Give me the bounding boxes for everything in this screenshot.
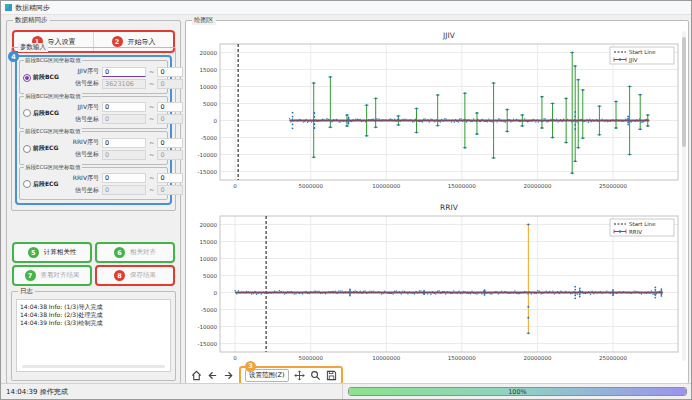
svg-text:-5000: -5000 bbox=[201, 135, 217, 141]
plot-vertical-scrollbar[interactable] bbox=[682, 31, 686, 361]
save-result-button[interactable]: 8 保存结果 bbox=[95, 265, 175, 286]
svg-text:-5000: -5000 bbox=[201, 307, 217, 313]
svg-text:0: 0 bbox=[233, 183, 237, 189]
app-window: 数据精同步 数据精同步 1 导入设置 2 开始导入 参数输入 4 前段BCG区间… bbox=[0, 0, 692, 400]
scrollbar-thumb[interactable] bbox=[682, 37, 686, 147]
step-badge-3: 3 bbox=[245, 361, 256, 372]
pan-icon[interactable] bbox=[294, 370, 305, 381]
param-section-front-ecg: 前段ECG区间坐标取值 前段ECG RRIV序号 ~ bbox=[19, 131, 168, 165]
back-bcg-jjiv-end-input[interactable] bbox=[157, 102, 183, 112]
svg-text:5000000: 5000000 bbox=[298, 183, 323, 189]
svg-text:5000000: 5000000 bbox=[298, 355, 323, 361]
svg-text:0: 0 bbox=[214, 290, 218, 296]
tilde: ~ bbox=[149, 80, 154, 88]
front-ecg-signal-end-input bbox=[157, 150, 183, 160]
svg-text:25000000: 25000000 bbox=[599, 355, 627, 361]
start-import-label: 开始导入 bbox=[128, 37, 156, 47]
svg-text:0: 0 bbox=[233, 355, 237, 361]
svg-text:5000: 5000 bbox=[203, 101, 217, 107]
sync-group-title: 数据精同步 bbox=[13, 16, 50, 25]
svg-text:-15000: -15000 bbox=[198, 169, 218, 175]
svg-text:10000000: 10000000 bbox=[372, 355, 400, 361]
params-group-title: 参数输入 bbox=[18, 43, 48, 52]
action-buttons: 5 计算相关性 6 相关对齐 7 查看对齐结果 8 保存结果 bbox=[12, 242, 175, 286]
svg-text:RRIV: RRIV bbox=[440, 203, 459, 212]
tilde: ~ bbox=[149, 151, 154, 159]
svg-text:-10000: -10000 bbox=[198, 152, 218, 158]
tilde: ~ bbox=[149, 174, 154, 182]
radio-icon[interactable] bbox=[23, 109, 31, 117]
back-bcg-signal-end-input bbox=[157, 114, 183, 124]
tilde: ~ bbox=[149, 186, 154, 194]
jjiv-chart: 20000150001000050000-5000-10000-15000050… bbox=[190, 28, 684, 192]
svg-text:0: 0 bbox=[214, 118, 218, 124]
svg-text:JJIV: JJIV bbox=[628, 57, 638, 64]
svg-text:15000000: 15000000 bbox=[448, 183, 476, 189]
log-entry: 14:04:38 Info: (2/3)处理完成 bbox=[20, 311, 167, 319]
progress-value: 100% bbox=[349, 388, 686, 395]
back-ecg-rriv-end-input[interactable] bbox=[157, 173, 183, 183]
view-align-result-button[interactable]: 7 查看对齐结果 bbox=[12, 265, 92, 286]
tilde: ~ bbox=[149, 68, 154, 76]
import-settings-label: 导入设置 bbox=[48, 37, 76, 47]
params-highlight-box: 4 前段BCG区间坐标取值 前段BCG JJIV序号 ~ bbox=[15, 55, 172, 205]
step-badge-6: 6 bbox=[114, 247, 125, 258]
param-section-back-bcg: 后段BCG区间坐标取值 后段BCG JJIV序号 ~ bbox=[19, 96, 168, 130]
svg-text:20000: 20000 bbox=[200, 222, 218, 228]
step-badge-2: 2 bbox=[112, 36, 123, 47]
log-group-title: 日志 bbox=[18, 287, 35, 296]
step-badge-4: 4 bbox=[8, 51, 19, 62]
svg-text:10000000: 10000000 bbox=[372, 183, 400, 189]
front-bcg-jjiv-end-input[interactable] bbox=[157, 67, 183, 77]
svg-text:15000: 15000 bbox=[200, 67, 218, 73]
tilde: ~ bbox=[149, 115, 154, 123]
window-title: 数据精同步 bbox=[15, 3, 50, 13]
front-ecg-rriv-start-input[interactable] bbox=[102, 138, 146, 148]
radio-front-bcg[interactable]: 前段BCG bbox=[23, 73, 67, 82]
radio-icon[interactable] bbox=[23, 74, 31, 82]
params-group: 参数输入 4 前段BCG区间坐标取值 前段BCG JJIV序号 bbox=[11, 47, 176, 211]
log-textarea[interactable]: 14:04:38 Info: (1/3)导入完成 14:04:38 Info: … bbox=[16, 299, 171, 372]
step-badge-7: 7 bbox=[25, 270, 36, 281]
back-bcg-signal-start-input bbox=[102, 114, 146, 124]
rriv-chart: 20000150001000050000-5000-10000-15000050… bbox=[190, 200, 684, 364]
titlebar: 数据精同步 bbox=[1, 1, 691, 15]
log-entry: 14:04:38 Info: (1/3)导入完成 bbox=[20, 303, 167, 311]
svg-text:10000: 10000 bbox=[200, 256, 218, 262]
radio-front-ecg[interactable]: 前段ECG bbox=[23, 144, 67, 153]
svg-text:-15000: -15000 bbox=[198, 341, 218, 347]
svg-text:Start Line: Start Line bbox=[629, 221, 656, 227]
save-icon[interactable] bbox=[326, 370, 337, 381]
front-bcg-jjiv-start-input[interactable] bbox=[102, 67, 146, 77]
compute-correlation-button[interactable]: 5 计算相关性 bbox=[12, 242, 92, 263]
radio-back-ecg[interactable]: 后段ECG bbox=[23, 180, 67, 189]
tilde: ~ bbox=[149, 103, 154, 111]
front-bcg-signal-start-input bbox=[102, 79, 146, 89]
forward-arrow-icon[interactable] bbox=[223, 370, 234, 381]
home-icon[interactable] bbox=[191, 370, 202, 381]
back-ecg-signal-end-input bbox=[157, 185, 183, 195]
svg-text:JJIV: JJIV bbox=[442, 31, 456, 40]
progress-bar: 100% bbox=[348, 387, 687, 396]
log-entry: 14:04:39 Info: (3/3)绘制完成 bbox=[20, 319, 167, 327]
statusbar: 14:04:39 操作完成 100% bbox=[1, 383, 691, 399]
svg-text:20000: 20000 bbox=[200, 50, 218, 56]
param-section-front-bcg: 前段BCG区间坐标取值 前段BCG JJIV序号 ~ bbox=[19, 60, 168, 94]
radio-icon[interactable] bbox=[23, 180, 31, 188]
svg-text:5000: 5000 bbox=[203, 273, 217, 279]
step-badge-8: 8 bbox=[114, 270, 125, 281]
svg-text:20000000: 20000000 bbox=[523, 183, 551, 189]
radio-back-bcg[interactable]: 后段BCG bbox=[23, 109, 67, 118]
back-bcg-jjiv-start-input[interactable] bbox=[102, 102, 146, 112]
correlation-align-button[interactable]: 6 相关对齐 bbox=[95, 242, 175, 263]
log-horizontal-scrollbar[interactable] bbox=[22, 365, 165, 368]
zoom-icon[interactable] bbox=[310, 370, 321, 381]
svg-text:25000000: 25000000 bbox=[599, 183, 627, 189]
radio-icon[interactable] bbox=[23, 145, 31, 153]
step-badge-5: 5 bbox=[28, 247, 39, 258]
front-ecg-rriv-end-input[interactable] bbox=[157, 138, 183, 148]
back-arrow-icon[interactable] bbox=[207, 370, 218, 381]
back-ecg-rriv-start-input[interactable] bbox=[102, 173, 146, 183]
svg-text:RRIV: RRIV bbox=[629, 229, 642, 235]
status-text: 14:04:39 操作完成 bbox=[1, 384, 343, 399]
